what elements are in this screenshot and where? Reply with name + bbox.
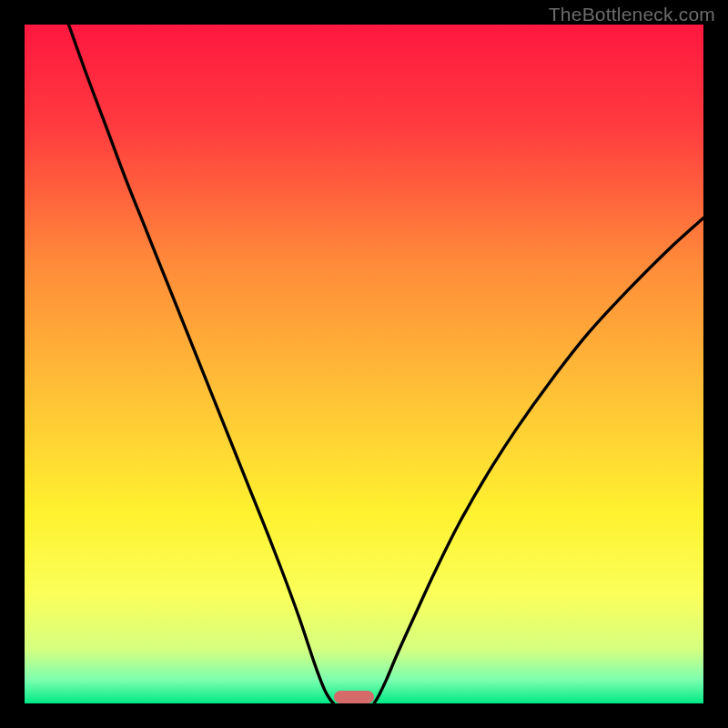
left-curve: [68, 25, 333, 703]
chart-frame: TheBottleneck.com: [0, 0, 728, 728]
bottleneck-marker: [334, 691, 374, 703]
plot-area: [25, 25, 703, 703]
right-curve: [374, 218, 703, 703]
watermark-text: TheBottleneck.com: [549, 4, 715, 25]
curves-layer: [25, 25, 703, 703]
